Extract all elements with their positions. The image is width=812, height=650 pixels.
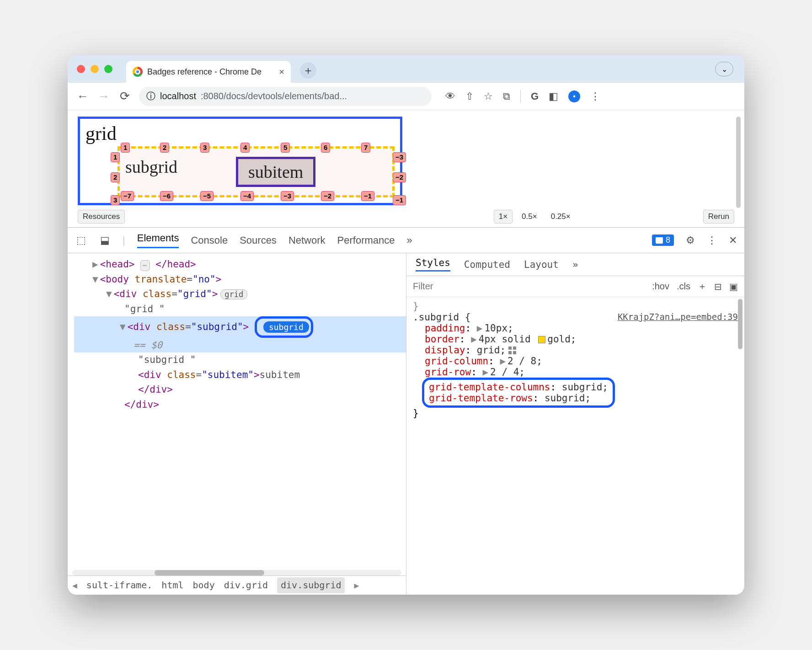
crumb-divsubgrid[interactable]: div.subgrid [277,577,345,593]
eye-off-icon[interactable]: 👁 [445,91,455,102]
tab-computed[interactable]: Computed [464,259,510,270]
close-tab-icon[interactable]: × [279,67,284,77]
tab-network[interactable]: Network [288,234,326,246]
styles-body[interactable]: } .subgrid { KKrajpZ?ani…pe=embed:39 pad… [406,297,744,595]
kebab-menu-icon[interactable]: ⋮ [707,234,717,246]
grid-badge[interactable]: grid [220,289,247,299]
rerun-button[interactable]: Rerun [703,210,734,224]
maximize-window-icon[interactable] [104,65,112,73]
device-toggle-icon[interactable]: ⬓ [99,234,111,246]
grid-line-number: −6 [160,191,173,201]
grid-editor-icon[interactable] [508,346,517,355]
tab-performance[interactable]: Performance [337,234,395,246]
crumb-divgrid[interactable]: div.grid [224,578,268,592]
zoom-025x[interactable]: 0.25× [546,210,575,223]
tab-styles[interactable]: Styles [416,257,450,272]
bookmark-icon[interactable]: ☆ [484,91,493,102]
prop-padding[interactable]: padding [425,323,465,334]
tab-layout[interactable]: Layout [524,259,559,270]
more-tabs-icon[interactable]: » [407,234,412,246]
crumb-html[interactable]: html [161,578,183,592]
tab-console[interactable]: Console [191,234,228,246]
crumb-prev-icon[interactable]: ◀ [72,579,77,592]
zoom-05x[interactable]: 0.5× [517,210,542,223]
share-icon[interactable]: ⇧ [465,91,474,102]
close-div: </div> [124,399,159,410]
grid-line-number: 6 [321,143,330,153]
zoom-1x[interactable]: 1× [494,210,513,224]
crumb-iframe[interactable]: sult-iframe. [86,578,153,592]
chrome-logo-icon [133,67,143,77]
prop-gridcolumn[interactable]: grid-column [425,356,488,367]
grid-line-number: 3 [200,143,209,153]
issues-badge[interactable]: 8 [652,234,674,246]
source-link[interactable]: KKrajpZ?ani…pe=embed:39 [618,312,738,323]
subgrid-badge[interactable]: subgrid [263,321,309,333]
extensions-icon[interactable]: ⧉ [503,91,510,102]
val-padding[interactable]: 10px; [484,323,513,334]
google-icon[interactable]: G [531,91,539,102]
val-gtr[interactable]: subgrid; [545,393,591,404]
close-devtools-icon[interactable]: ✕ [729,234,737,246]
grid-line-number: −7 [121,191,134,201]
grid-line-number: −1 [361,191,374,201]
tab-sources[interactable]: Sources [240,234,277,246]
attr-class: class [143,288,171,299]
forward-button[interactable]: → [97,89,111,103]
grid-line-number: 2 [160,143,169,153]
traffic-lights [77,65,112,73]
prop-display[interactable]: display [425,345,465,356]
crumb-body[interactable]: body [193,578,215,592]
new-tab-button[interactable]: ＋ [300,62,316,79]
more-tabs-icon[interactable]: » [572,259,578,270]
grid-line-number: −5 [200,191,214,201]
dom-panel[interactable]: ▶<head> ⋯ </head> ▼<body translate="no">… [68,253,406,595]
resources-button[interactable]: Resources [78,210,125,224]
box-icon[interactable]: ▣ [729,281,738,292]
val-gridcolumn[interactable]: 2 / 8; [508,356,542,367]
prop-border[interactable]: border [425,334,459,345]
val-border-pre[interactable]: 4px solid [479,334,531,345]
minimize-window-icon[interactable] [91,65,99,73]
grid-line-number: 5 [281,143,290,153]
prop-gridrow[interactable]: grid-row [425,367,471,378]
val-display[interactable]: grid; [477,345,506,356]
close-window-icon[interactable] [77,65,85,73]
val-gridrow[interactable]: 2 / 4; [490,367,525,378]
filter-input[interactable] [413,281,645,292]
reader-icon[interactable]: ◧ [549,91,558,102]
cls-toggle[interactable]: .cls [677,281,690,292]
chevron-down-icon[interactable]: ⌄ [715,62,733,76]
prop-gtc[interactable]: grid-template-columns [429,382,550,393]
color-swatch-icon[interactable] [538,336,545,343]
address-bar[interactable]: ⓘ localhost:8080/docs/devtools/elements/… [139,87,432,106]
settings-icon[interactable]: ⚙ [686,234,695,246]
tab-title: Badges reference - Chrome De [147,67,274,77]
grid-line-number: 1 [121,143,130,153]
brush-icon[interactable]: ⊟ [714,281,722,292]
crumb-next-icon[interactable]: ▶ [354,579,359,592]
back-button[interactable]: ← [76,89,90,103]
horizontal-scrollbar[interactable] [72,570,401,575]
scrollbar[interactable] [738,299,743,349]
hov-toggle[interactable]: :hov [652,281,669,292]
separator [520,90,521,103]
profile-avatar[interactable]: • [568,91,580,102]
close-div: </div> [138,384,173,395]
site-info-icon[interactable]: ⓘ [146,90,155,102]
val-gtc[interactable]: subgrid; [562,382,608,393]
toolbar-icons: 👁 ⇧ ☆ ⧉ G ◧ • ⋮ [445,90,600,103]
head-close: </head> [155,259,196,270]
new-rule-icon[interactable]: ＋ [698,280,707,293]
tab-elements[interactable]: Elements [137,232,179,248]
menu-icon[interactable]: ⋮ [590,91,600,102]
reload-button[interactable]: ⟳ [118,89,132,103]
inspect-icon[interactable]: ⬚ [75,234,87,246]
scrollbar[interactable] [736,117,741,208]
val-border-color[interactable]: gold; [547,334,576,345]
grid-line-number: 4 [240,143,250,153]
text-subitem: subitem [260,369,300,380]
browser-tab[interactable]: Badges reference - Chrome De × [126,61,291,83]
prop-gtr[interactable]: grid-template-rows [429,393,533,404]
collapsed-icon[interactable]: ⋯ [140,260,150,271]
